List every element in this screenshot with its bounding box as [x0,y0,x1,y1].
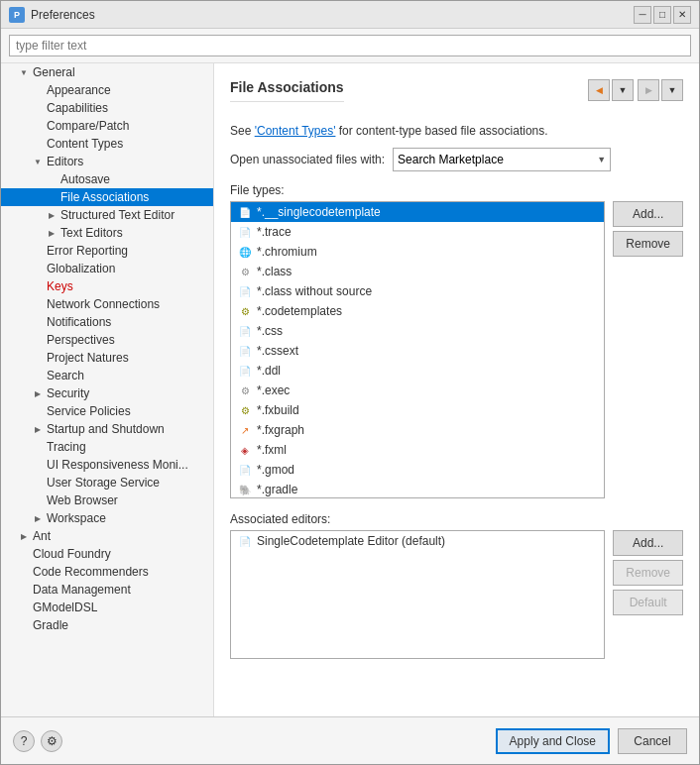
sidebar-item-file-associations[interactable]: File Associations [1,188,213,206]
file-type-item-fxbuild[interactable]: ⚙ *.fxbuild [231,400,604,420]
file-type-item-cssext[interactable]: 📄 *.cssext [231,341,604,361]
sidebar-item-startup-shutdown-label: Startup and Shutdown [45,422,165,436]
file-type-item-class-no-source[interactable]: 📄 *.class without source [231,281,604,301]
expand-security-icon [31,386,45,400]
filter-input[interactable] [9,35,691,56]
file-type-icon-class: ⚙ [237,264,253,279]
sidebar-item-workspace[interactable]: Workspace [1,509,213,527]
file-types-list[interactable]: 📄 *.__singlecodetemplate 📄 *.trace 🌐 *.c… [230,201,605,498]
main-content: General Appearance Capabilities Compare/… [1,63,699,716]
sidebar-item-gmodeldsl[interactable]: GModelDSL [1,599,213,616]
sidebar-item-startup-shutdown[interactable]: Startup and Shutdown [1,420,213,438]
sidebar-item-notifications[interactable]: Notifications [1,313,213,331]
forward-nav-dropdown-button[interactable]: ▼ [661,79,683,101]
sidebar-item-capabilities[interactable]: Capabilities [1,99,213,117]
sidebar-item-project-natures-label: Project Natures [45,351,129,365]
sidebar-item-compare-patch[interactable]: Compare/Patch [1,117,213,135]
sidebar-item-user-storage[interactable]: User Storage Service [1,474,213,492]
sidebar-item-cloud-foundry[interactable]: Cloud Foundry [1,545,213,563]
sidebar-item-ant[interactable]: Ant [1,527,213,545]
sidebar-item-capabilities-label: Capabilities [45,101,108,115]
open-unassoc-dropdown[interactable]: Search Marketplace ▼ [393,148,611,171]
file-type-label-fxbuild: *.fxbuild [257,403,299,417]
sidebar-item-perspectives[interactable]: Perspectives [1,331,213,349]
assoc-editor-item-singlecodetemplate[interactable]: 📄 SingleCodetemplate Editor (default) [231,531,604,551]
open-unassoc-label: Open unassociated files with: [230,153,385,166]
sidebar-item-globalization[interactable]: Globalization [1,260,213,277]
expand-notifications-icon [31,315,45,329]
sidebar-item-keys-label: Keys [45,279,73,293]
sidebar-item-autosave[interactable]: Autosave [1,170,213,188]
help-button[interactable]: ? [13,730,35,752]
file-type-label-codetemplates: *.codetemplates [257,304,342,318]
file-type-label-class: *.class [257,265,292,278]
forward-nav-button[interactable]: ▶ [638,79,659,101]
sidebar-item-keys[interactable]: Keys [1,277,213,295]
assoc-default-button[interactable]: Default [613,590,683,615]
expand-autosave-icon [45,172,58,186]
expand-network-icon [31,297,45,311]
file-type-item-trace[interactable]: 📄 *.trace [231,222,604,242]
sidebar-item-gradle[interactable]: Gradle [1,616,213,634]
sidebar-item-code-recommenders[interactable]: Code Recommenders [1,563,213,581]
assoc-remove-button[interactable]: Remove [613,560,683,586]
minimize-button[interactable]: ─ [634,6,651,24]
sidebar-item-ui-responsiveness[interactable]: UI Responsiveness Moni... [1,456,213,474]
sidebar-item-appearance[interactable]: Appearance [1,81,213,99]
content-types-link[interactable]: 'Content Types' [255,124,336,138]
file-type-icon-ddl: 📄 [237,363,253,379]
associated-editors-panel: 📄 SingleCodetemplate Editor (default) Ad… [230,530,683,659]
settings-button[interactable]: ⚙ [41,730,62,752]
sidebar-item-network-connections[interactable]: Network Connections [1,295,213,313]
file-types-remove-button[interactable]: Remove [613,231,683,257]
desc-suffix: for content-type based file associations… [335,124,547,138]
back-nav-button[interactable]: ◀ [588,79,610,101]
file-type-item-codetemplates[interactable]: ⚙ *.codetemplates [231,301,604,321]
file-type-item-exec[interactable]: ⚙ *.exec [231,381,604,400]
sidebar-item-search[interactable]: Search [1,367,213,384]
expand-ant-icon [17,529,31,543]
associated-editors-section: Associated editors: 📄 SingleCodetemplate… [230,512,683,659]
file-type-label-exec: *.exec [257,383,290,397]
sidebar-item-workspace-label: Workspace [45,511,106,525]
file-types-add-button[interactable]: Add... [613,201,683,227]
file-type-item-gradle[interactable]: 🐘 *.gradle [231,480,604,498]
assoc-add-button[interactable]: Add... [613,530,683,556]
sidebar-item-structured-text[interactable]: Structured Text Editor [1,206,213,224]
footer-left: ? ⚙ [13,730,62,752]
close-button[interactable]: ✕ [673,6,691,24]
sidebar-item-tracing[interactable]: Tracing [1,438,213,456]
associated-editors-list[interactable]: 📄 SingleCodetemplate Editor (default) [230,530,605,659]
file-type-item-class[interactable]: ⚙ *.class [231,262,604,281]
file-type-item-fxml[interactable]: ◈ *.fxml [231,440,604,460]
apply-close-button[interactable]: Apply and Close [496,728,610,754]
sidebar-item-project-natures[interactable]: Project Natures [1,349,213,367]
footer-bar: ? ⚙ Apply and Close Cancel [1,716,699,764]
sidebar-item-service-policies[interactable]: Service Policies [1,402,213,420]
sidebar-item-general[interactable]: General [1,63,213,81]
file-type-item-css[interactable]: 📄 *.css [231,321,604,341]
sidebar-item-text-editors[interactable]: Text Editors [1,224,213,242]
file-type-item-singlecodetemplate[interactable]: 📄 *.__singlecodetemplate [231,202,604,222]
nav-dropdown-button[interactable]: ▼ [612,79,634,101]
sidebar-item-notifications-label: Notifications [45,315,111,329]
file-type-item-fxgraph[interactable]: ↗ *.fxgraph [231,420,604,440]
content-title: File Associations [230,79,344,102]
file-type-item-gmod[interactable]: 📄 *.gmod [231,460,604,480]
sidebar-item-web-browser[interactable]: Web Browser [1,492,213,509]
file-type-icon-cssext: 📄 [237,343,253,359]
file-type-item-chromium[interactable]: 🌐 *.chromium [231,242,604,262]
cancel-button[interactable]: Cancel [618,728,687,754]
title-bar: P Preferences ─ □ ✕ [1,1,699,29]
sidebar-item-appearance-label: Appearance [45,83,111,97]
maximize-button[interactable]: □ [653,6,671,24]
sidebar-item-error-reporting[interactable]: Error Reporting [1,242,213,260]
sidebar-item-security[interactable]: Security [1,384,213,402]
sidebar-item-editors[interactable]: Editors [1,153,213,170]
sidebar-item-text-editors-label: Text Editors [58,226,123,240]
sidebar-item-general-label: General [31,65,75,79]
sidebar-item-data-management[interactable]: Data Management [1,581,213,599]
file-type-item-ddl[interactable]: 📄 *.ddl [231,361,604,381]
content-description: See 'Content Types' for content-type bas… [230,124,683,138]
sidebar-item-content-types[interactable]: Content Types [1,135,213,153]
